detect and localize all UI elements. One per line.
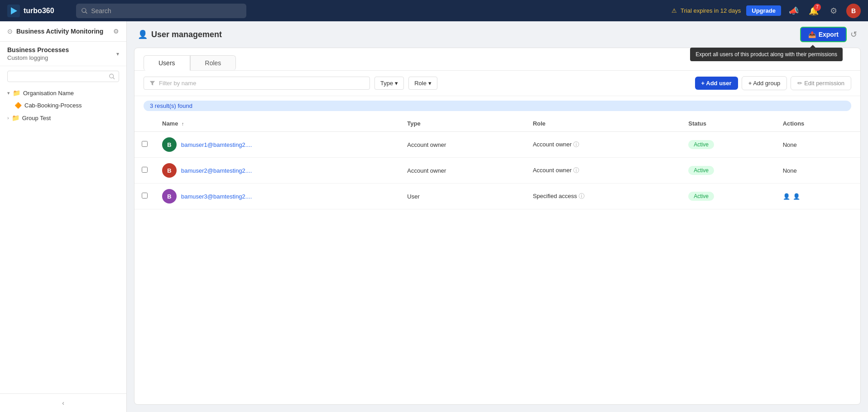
col-checkbox [134,116,155,132]
table-row: B bamuser1@bamtesting2.... Account owner… [134,132,860,158]
type-dropdown[interactable]: Type ▾ [374,77,404,90]
remove-user-icon[interactable]: 👤 [793,193,800,200]
sidebar-search-input[interactable] [11,73,106,80]
user-actions-cell: None [776,158,860,184]
svg-line-3 [86,12,87,14]
user-actions-cell: None [776,132,860,158]
main-content: 👤 User management 📤 Export ↺ Export all … [127,21,868,412]
upgrade-button[interactable]: Upgrade [746,5,781,16]
user-avatar[interactable]: B [846,4,861,18]
table-row: B bamuser2@bamtesting2.... Account owner… [134,158,860,184]
col-type: Type [400,116,525,132]
sidebar: ⊙ Business Activity Monitoring ⚙ Busines… [0,21,127,412]
folder-icon: 📁 [12,114,19,121]
toolbar: Filter by name Type ▾ Role ▾ + Add user … [134,71,860,96]
sidebar-search-bar[interactable] [7,71,119,82]
add-group-button[interactable]: + Add group [742,76,787,90]
add-user-button[interactable]: + Add user [695,77,738,90]
user-email-link[interactable]: bamuser1@bamtesting2.... [181,141,252,148]
status-badge: Active [688,192,714,201]
search-input[interactable] [91,7,241,15]
users-table-wrapper: Name ↑ Type Role Status Actions [134,116,860,404]
user-avatar: B [162,163,177,178]
info-icon[interactable]: ⓘ [573,141,579,148]
sidebar-header: ⊙ Business Activity Monitoring ⚙ [0,21,126,42]
col-status: Status [681,116,775,132]
status-badge: Active [688,166,714,175]
export-tooltip: Export all users of this product along w… [690,48,843,61]
info-icon[interactable]: ⓘ [573,167,579,174]
col-actions: Actions [776,116,860,132]
export-icon: 📤 [808,31,816,38]
row-checkbox[interactable] [142,141,148,147]
user-email-link[interactable]: bamuser2@bamtesting2.... [181,167,252,174]
header-actions: 📤 Export ↺ Export all users of this prod… [800,27,857,42]
page-title-text: User management [151,30,222,39]
sidebar-group-labels: Business Processes Custom logging [7,46,69,61]
chevron-down-icon: ▾ [7,90,10,96]
results-badge: 3 result(s) found [144,101,851,111]
top-navigation: turbo360 ⚠ Trial expires in 12 days Upgr… [0,0,868,21]
status-badge: Active [688,140,714,149]
logo-icon [7,5,20,17]
row-checkbox-cell[interactable] [134,184,155,209]
app-logo: turbo360 [7,5,71,17]
cab-booking-label: Cab-Booking-Process [24,102,82,109]
process-icon: 🔶 [14,102,22,109]
row-checkbox[interactable] [142,193,148,199]
notification-count: 7 [814,4,821,11]
settings-icon-btn[interactable]: ⚙ [826,4,841,18]
notifications-icon-btn[interactable]: 📣 [786,4,801,18]
user-status-cell: Active [681,158,775,184]
row-checkbox-cell[interactable] [134,132,155,158]
sidebar-item-organisation[interactable]: ▾ 📁 Organisation Name [0,87,126,99]
filter-placeholder: Filter by name [159,80,196,87]
sidebar-gear-icon[interactable]: ⚙ [113,28,119,35]
user-avatar: B [162,137,177,152]
role-label: Role [414,80,427,87]
trial-badge: ⚠ Trial expires in 12 days [671,7,741,14]
trial-text: Trial expires in 12 days [681,7,741,14]
row-checkbox-cell[interactable] [134,158,155,184]
refresh-button[interactable]: ↺ [850,29,857,39]
users-table: Name ↑ Type Role Status Actions [134,116,860,209]
bell-icon-btn[interactable]: 🔔 7 [806,4,821,18]
global-search-bar[interactable] [76,4,246,18]
info-icon[interactable]: ⓘ [579,193,585,199]
user-actions-cell[interactable]: 👤 👤 [776,184,860,209]
col-name[interactable]: Name ↑ [155,116,400,132]
warning-icon: ⚠ [671,7,677,14]
folder-open-icon: 📁 [13,89,20,97]
nav-right-section: ⚠ Trial expires in 12 days Upgrade 📣 🔔 7… [671,4,861,18]
table-row: B bamuser3@bamtesting2.... User Specifie… [134,184,860,209]
pencil-icon: ✏ [797,80,802,87]
collapse-icon: ‹ [62,399,64,407]
user-email-link[interactable]: bamuser3@bamtesting2.... [181,193,252,200]
user-status-cell: Active [681,132,775,158]
sidebar-tree: ▾ 📁 Organisation Name 🔶 Cab-Booking-Proc… [0,87,126,124]
edit-user-icon[interactable]: 👤 [783,193,790,200]
row-checkbox[interactable] [142,167,148,173]
filter-input[interactable]: Filter by name [144,77,370,90]
tab-users[interactable]: Users [144,55,190,71]
group-test-label: Group Test [22,115,51,121]
sidebar-custom-logging: Custom logging [7,54,69,61]
svg-marker-6 [150,81,155,86]
chevron-down-icon: ▾ [428,80,432,87]
export-button[interactable]: 📤 Export [800,27,847,42]
sidebar-title: Business Activity Monitoring [16,28,103,35]
user-status-cell: Active [681,184,775,209]
user-type-cell: Account owner [400,132,525,158]
edit-permission-button[interactable]: ✏ Edit permission [791,76,851,90]
app-name: turbo360 [24,7,54,15]
organisation-label: Organisation Name [23,90,74,97]
main-header: 👤 User management 📤 Export ↺ Export all … [127,21,868,48]
sidebar-group-header[interactable]: Business Processes Custom logging ▾ [0,42,126,66]
tab-roles[interactable]: Roles [190,55,236,70]
sidebar-collapse-btn[interactable]: ‹ [0,393,126,412]
role-dropdown[interactable]: Role ▾ [408,77,437,90]
sidebar-item-group-test[interactable]: › 📁 Group Test [0,111,126,124]
sidebar-item-cab-booking[interactable]: 🔶 Cab-Booking-Process [0,99,126,111]
chevron-right-icon: › [7,115,9,121]
chevron-down-icon: ▾ [395,80,398,87]
